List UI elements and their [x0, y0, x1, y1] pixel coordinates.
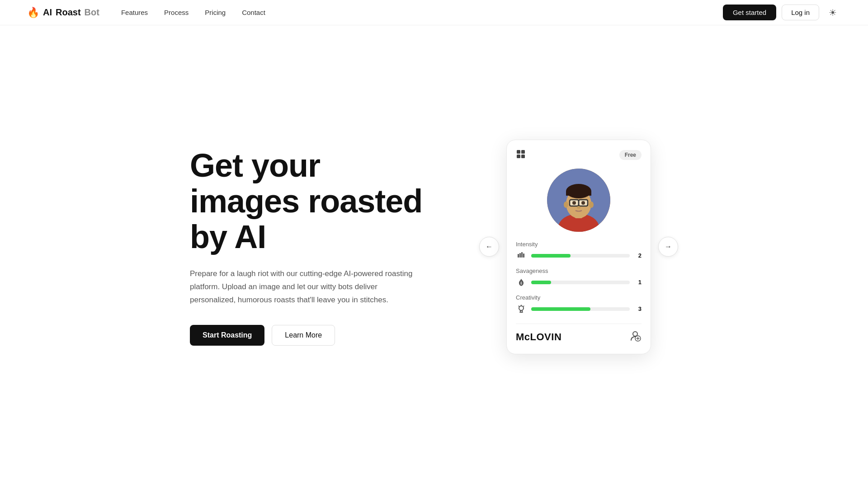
- creativity-bar-container: [531, 307, 630, 311]
- metric-intensity: Intensity 2: [516, 241, 642, 261]
- svg-rect-1: [521, 150, 525, 154]
- metric-savageness: Savageness 1: [516, 267, 642, 288]
- avatar-container: [516, 169, 642, 232]
- creativity-value: 3: [634, 305, 642, 312]
- intensity-icon: [516, 250, 527, 261]
- svg-rect-23: [519, 253, 521, 258]
- left-arrow-icon: ←: [486, 243, 493, 251]
- savageness-value: 1: [634, 279, 642, 286]
- creativity-bar: [531, 307, 590, 311]
- svg-rect-3: [521, 155, 525, 158]
- theme-toggle-button[interactable]: ☀: [825, 5, 841, 21]
- logo[interactable]: 🔥 AI RoastBot: [27, 7, 99, 19]
- user-icon: [629, 329, 642, 345]
- hero-content: Get your images roasted by AI Prepare fo…: [190, 148, 425, 346]
- card-username: McLOVIN: [516, 331, 561, 343]
- svg-rect-25: [523, 253, 524, 258]
- svg-point-20: [581, 201, 585, 205]
- svg-line-28: [519, 306, 519, 307]
- svg-rect-2: [517, 155, 520, 158]
- free-badge: Free: [619, 150, 642, 160]
- svg-point-30: [633, 332, 637, 336]
- nav-process[interactable]: Process: [164, 9, 189, 16]
- svg-point-19: [572, 201, 576, 205]
- metric-creativity: Creativity: [516, 294, 642, 314]
- get-started-button[interactable]: Get started: [723, 5, 776, 20]
- learn-more-button[interactable]: Learn More: [272, 325, 335, 346]
- navbar-right: Get started Log in ☀: [723, 5, 841, 21]
- nav-links: Features Process Pricing Contact: [121, 9, 265, 17]
- avatar: [547, 169, 610, 232]
- savageness-bar: [531, 281, 551, 284]
- login-button[interactable]: Log in: [782, 5, 819, 20]
- intensity-bar-container: [531, 254, 630, 258]
- svg-rect-10: [566, 191, 591, 196]
- svg-rect-0: [517, 150, 520, 154]
- svg-point-12: [589, 202, 594, 208]
- svg-point-21: [577, 206, 580, 209]
- intensity-bar: [531, 254, 571, 258]
- hero-title: Get your images roasted by AI: [190, 148, 425, 255]
- creativity-icon: [516, 304, 527, 314]
- hero-description: Prepare for a laugh riot with our cuttin…: [190, 267, 425, 307]
- intensity-value: 2: [634, 252, 642, 259]
- logo-bot: Bot: [85, 7, 99, 18]
- grid-icon: [516, 149, 526, 161]
- savageness-label: Savageness: [516, 267, 642, 274]
- logo-ai: AI: [43, 7, 52, 18]
- card-top: Free: [516, 149, 642, 161]
- metrics-section: Intensity 2: [516, 241, 642, 314]
- svg-point-26: [519, 306, 524, 310]
- navbar-left: 🔥 AI RoastBot Features Process Pricing C…: [27, 7, 265, 19]
- nav-features[interactable]: Features: [121, 9, 148, 16]
- nav-contact[interactable]: Contact: [242, 9, 265, 16]
- logo-roast: Roast: [56, 7, 81, 18]
- next-arrow-button[interactable]: →: [658, 237, 678, 257]
- intensity-label: Intensity: [516, 241, 642, 248]
- flame-icon: 🔥: [27, 7, 39, 19]
- svg-point-11: [564, 202, 568, 208]
- sun-icon: ☀: [829, 7, 837, 18]
- nav-pricing[interactable]: Pricing: [205, 9, 226, 16]
- roast-card: Free: [506, 140, 651, 354]
- savageness-icon: [516, 277, 527, 288]
- right-arrow-icon: →: [665, 243, 672, 251]
- hero-visual: ← Free: [479, 140, 678, 354]
- hero-section: Get your images roasted by AI Prepare fo…: [0, 25, 868, 468]
- creativity-label: Creativity: [516, 294, 642, 301]
- svg-line-29: [524, 306, 524, 307]
- start-roasting-button[interactable]: Start Roasting: [190, 325, 264, 346]
- svg-rect-22: [518, 254, 519, 258]
- navbar: 🔥 AI RoastBot Features Process Pricing C…: [0, 0, 868, 25]
- svg-rect-24: [521, 252, 523, 258]
- card-bottom: McLOVIN: [516, 324, 642, 345]
- prev-arrow-button[interactable]: ←: [479, 237, 499, 257]
- savageness-bar-container: [531, 281, 630, 284]
- hero-buttons: Start Roasting Learn More: [190, 325, 425, 346]
